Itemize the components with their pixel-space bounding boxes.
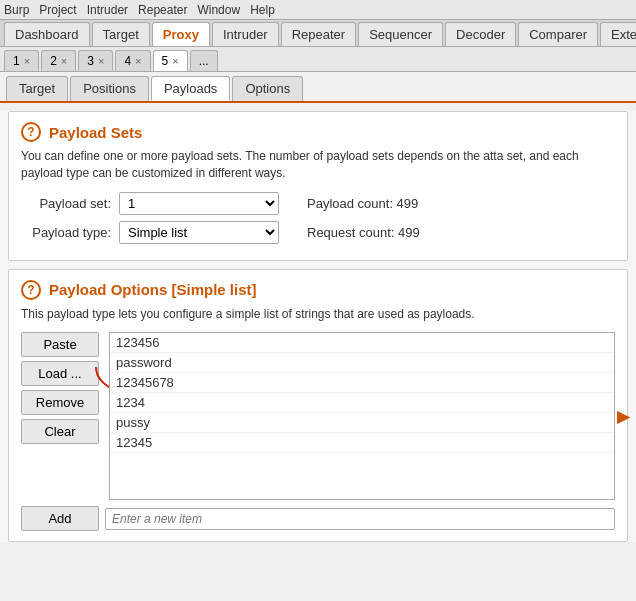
sub-tab-options[interactable]: Options xyxy=(232,76,303,101)
close-tab-2-icon[interactable]: × xyxy=(61,55,67,67)
tab-exte[interactable]: Exte xyxy=(600,22,636,46)
tab-proxy[interactable]: Proxy xyxy=(152,22,210,46)
list-item[interactable]: 1234 xyxy=(110,393,614,413)
sub-tab-payloads[interactable]: Payloads xyxy=(151,76,230,101)
menu-help[interactable]: Help xyxy=(250,3,275,17)
number-tab-bar: 1 × 2 × 3 × 4 × 5 × ... xyxy=(0,47,636,72)
menu-project[interactable]: Project xyxy=(39,3,76,17)
payload-list[interactable]: 123456 password 12345678 1234 pussy 1234… xyxy=(109,332,615,500)
number-tab-5[interactable]: 5 × xyxy=(153,50,188,71)
clear-button[interactable]: Clear xyxy=(21,419,99,444)
payload-sets-section: ? Payload Sets You can define one or mor… xyxy=(8,111,628,261)
payload-sets-description: You can define one or more payload sets.… xyxy=(21,148,615,182)
tab-sequencer[interactable]: Sequencer xyxy=(358,22,443,46)
menu-intruder[interactable]: Intruder xyxy=(87,3,128,17)
menu-burp[interactable]: Burp xyxy=(4,3,29,17)
tab-dashboard[interactable]: Dashboard xyxy=(4,22,90,46)
payload-set-row: Payload set: 1 2 Payload count: 499 xyxy=(21,192,615,215)
paste-button[interactable]: Paste xyxy=(21,332,99,357)
payload-action-buttons: Paste Load ... Remove Clear xyxy=(21,332,101,500)
close-tab-5-icon[interactable]: × xyxy=(172,55,178,67)
payload-sets-help-icon[interactable]: ? xyxy=(21,122,41,142)
scroll-arrow-right-icon: ▶ xyxy=(617,407,629,426)
add-button[interactable]: Add xyxy=(21,506,99,531)
number-tab-2[interactable]: 2 × xyxy=(41,50,76,71)
content-area: ? Payload Sets You can define one or mor… xyxy=(0,111,636,542)
list-item[interactable]: password xyxy=(110,353,614,373)
payload-type-label: Payload type: xyxy=(21,225,111,240)
close-tab-3-icon[interactable]: × xyxy=(98,55,104,67)
payload-options-header: ? Payload Options [Simple list] xyxy=(21,280,615,300)
main-tab-bar: Dashboard Target Proxy Intruder Repeater… xyxy=(0,20,636,47)
menu-bar: Burp Project Intruder Repeater Window He… xyxy=(0,0,636,20)
sub-tab-positions[interactable]: Positions xyxy=(70,76,149,101)
close-tab-4-icon[interactable]: × xyxy=(135,55,141,67)
number-tab-1[interactable]: 1 × xyxy=(4,50,39,71)
payload-type-select[interactable]: Simple list Runtime file Custom iterator xyxy=(119,221,279,244)
payload-options-section: ? Payload Options [Simple list] This pay… xyxy=(8,269,628,543)
sub-tab-bar: Target Positions Payloads Options xyxy=(0,72,636,103)
payload-options-description: This payload type lets you configure a s… xyxy=(21,306,615,323)
add-item-row: Add xyxy=(21,506,615,531)
tab-decoder[interactable]: Decoder xyxy=(445,22,516,46)
tab-target[interactable]: Target xyxy=(92,22,150,46)
list-item[interactable]: 12345 xyxy=(110,433,614,453)
payload-options-help-icon[interactable]: ? xyxy=(21,280,41,300)
payload-set-select[interactable]: 1 2 xyxy=(119,192,279,215)
tab-repeater[interactable]: Repeater xyxy=(281,22,356,46)
add-item-input[interactable] xyxy=(105,508,615,530)
number-tab-3[interactable]: 3 × xyxy=(78,50,113,71)
payload-sets-header: ? Payload Sets xyxy=(21,122,615,142)
payload-list-container: 123456 password 12345678 1234 pussy 1234… xyxy=(109,332,615,500)
list-item[interactable]: 123456 xyxy=(110,333,614,353)
list-item[interactable]: 12345678 xyxy=(110,373,614,393)
number-tab-4[interactable]: 4 × xyxy=(115,50,150,71)
payload-options-title: Payload Options [Simple list] xyxy=(49,281,257,298)
more-tabs-button[interactable]: ... xyxy=(190,50,218,71)
remove-button[interactable]: Remove xyxy=(21,390,99,415)
payload-options-area: Paste Load ... Remove Clear 123456 xyxy=(21,332,615,500)
payload-count-info: Payload count: 499 xyxy=(307,196,418,211)
close-tab-1-icon[interactable]: × xyxy=(24,55,30,67)
menu-window[interactable]: Window xyxy=(197,3,240,17)
menu-repeater[interactable]: Repeater xyxy=(138,3,187,17)
payload-sets-title: Payload Sets xyxy=(49,124,142,141)
list-item[interactable]: pussy xyxy=(110,413,614,433)
tab-comparer[interactable]: Comparer xyxy=(518,22,598,46)
load-button[interactable]: Load ... xyxy=(21,361,99,386)
sub-tab-target[interactable]: Target xyxy=(6,76,68,101)
payload-type-row: Payload type: Simple list Runtime file C… xyxy=(21,221,615,244)
payload-set-label: Payload set: xyxy=(21,196,111,211)
tab-intruder[interactable]: Intruder xyxy=(212,22,279,46)
request-count-info: Request count: 499 xyxy=(307,225,420,240)
